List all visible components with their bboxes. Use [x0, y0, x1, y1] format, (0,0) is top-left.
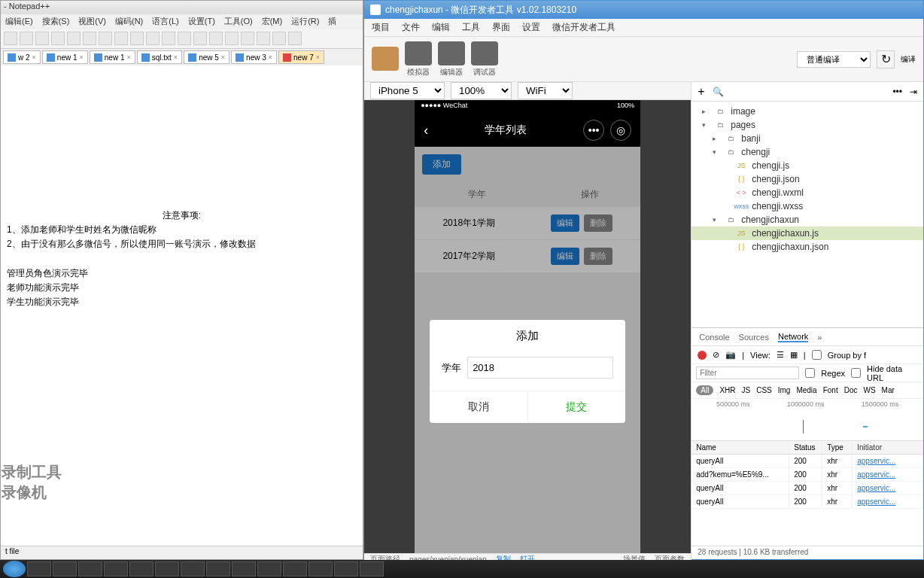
taskbar-app[interactable] — [27, 561, 51, 576]
network-request-row[interactable]: queryAll200xhrappservic... — [691, 482, 923, 495]
menu-tools[interactable]: 工具(O) — [224, 16, 253, 28]
tree-item-chengji.json[interactable]: { }chengji.json — [691, 172, 923, 186]
menu-devtools[interactable]: 微信开发者工具 — [552, 21, 615, 34]
taskbar-app[interactable] — [334, 561, 358, 576]
tab-more[interactable]: » — [817, 333, 822, 342]
menu-encoding[interactable]: 编码(N) — [115, 16, 143, 28]
filter-ws[interactable]: WS — [863, 386, 875, 394]
menu-search[interactable]: 搜索(S) — [42, 16, 70, 28]
file-tab[interactable]: sql.txt× — [137, 50, 182, 64]
menu-run[interactable]: 运行(R) — [291, 16, 319, 28]
filter-manifest[interactable]: Mar — [882, 386, 895, 394]
add-file-icon[interactable]: + — [698, 85, 704, 99]
device-select[interactable]: iPhone 5 — [370, 82, 445, 99]
taskbar-app[interactable] — [181, 561, 205, 576]
tree-item-chengji.wxss[interactable]: wxsschengji.wxss — [691, 199, 923, 213]
toolbar-icon[interactable] — [288, 32, 302, 45]
hide-checkbox[interactable] — [851, 368, 861, 378]
close-icon[interactable]: × — [174, 53, 178, 61]
taskbar-app[interactable] — [155, 561, 179, 576]
close-icon[interactable]: × — [32, 53, 36, 61]
filter-css[interactable]: CSS — [756, 386, 772, 394]
taskbar-app[interactable] — [283, 561, 307, 576]
network-timeline[interactable]: 500000 ms 1000000 ms 1500000 ms — [691, 399, 923, 441]
zoom-select[interactable]: 100% — [451, 82, 512, 99]
tab-console[interactable]: Console — [699, 333, 729, 342]
menu-macro[interactable]: 宏(M) — [262, 16, 283, 28]
group-checkbox[interactable] — [812, 350, 822, 360]
toolbar-icon[interactable] — [209, 32, 223, 45]
toolbar-icon[interactable] — [225, 32, 239, 45]
toolbar-icon[interactable] — [241, 32, 254, 45]
taskbar-app[interactable] — [257, 561, 281, 576]
network-request-row[interactable]: add?kemu=%E5%9...200xhrappservic... — [691, 468, 923, 482]
compile-select[interactable]: 普通编译 — [797, 51, 871, 68]
toolbar-icon[interactable] — [20, 32, 33, 45]
clear-icon[interactable]: ⊘ — [713, 350, 719, 360]
cancel-button[interactable]: 取消 — [430, 391, 528, 423]
tree-item-chengjichaxun[interactable]: ▾🗀chengjichaxun — [691, 213, 923, 227]
target-icon[interactable]: ◎ — [610, 120, 631, 141]
close-icon[interactable]: × — [316, 53, 320, 61]
collapse-icon[interactable]: ⇥ — [910, 87, 917, 97]
toolbar-icon[interactable] — [272, 32, 286, 45]
toolbar-icon[interactable] — [162, 32, 175, 45]
search-icon[interactable]: 🔍 — [713, 87, 724, 97]
close-icon[interactable]: × — [80, 53, 84, 61]
taskbar-app[interactable] — [360, 561, 384, 576]
toolbar-icon[interactable] — [83, 32, 96, 45]
taskbar-app[interactable] — [104, 561, 128, 576]
filter-all[interactable]: All — [696, 385, 713, 395]
taskbar-app[interactable] — [129, 561, 153, 576]
start-button[interactable] — [3, 561, 26, 577]
file-tab-active[interactable]: new 7× — [278, 50, 324, 64]
editor-content[interactable]: 注意事项: 1、添加老师和学生时姓名为微信昵称 2、由于没有那么多微信号，所以使… — [1, 65, 363, 317]
menu-tool[interactable]: 工具 — [462, 21, 480, 34]
tree-item-chengji[interactable]: ▾🗀chengji — [691, 145, 923, 159]
record-icon[interactable] — [698, 351, 707, 360]
toolbar-icon[interactable] — [4, 32, 17, 45]
taskbar-app[interactable] — [309, 561, 333, 576]
filter-media[interactable]: Media — [796, 386, 816, 394]
toolbar-icon[interactable] — [99, 32, 112, 45]
taskbar-app[interactable] — [232, 561, 256, 576]
taskbar-app[interactable] — [78, 561, 102, 576]
view-large-icon[interactable]: ▦ — [790, 350, 798, 360]
toolbar-icon[interactable] — [51, 32, 65, 45]
toolbar-icon[interactable] — [67, 32, 81, 45]
tree-item-chengji.js[interactable]: JSchengji.js — [691, 159, 923, 172]
close-icon[interactable]: × — [126, 53, 130, 61]
toolbar-icon[interactable] — [114, 32, 128, 45]
menu-language[interactable]: 语言(L) — [152, 16, 178, 28]
close-icon[interactable]: × — [221, 53, 225, 61]
toolbar-icon[interactable] — [35, 32, 49, 45]
network-select[interactable]: WiFi — [518, 82, 573, 99]
camera-icon[interactable]: 📷 — [725, 350, 736, 360]
tab-network[interactable]: Network — [778, 332, 808, 342]
file-tab[interactable]: new 5× — [184, 50, 229, 64]
submit-button[interactable]: 提交 — [528, 391, 626, 423]
tab-sources[interactable]: Sources — [739, 333, 769, 342]
view-list-icon[interactable]: ☰ — [777, 350, 784, 360]
toolbar-icon[interactable] — [257, 32, 270, 45]
filter-font[interactable]: Font — [823, 386, 838, 394]
filter-doc[interactable]: Doc — [844, 386, 858, 394]
file-tab[interactable]: new 3× — [231, 50, 277, 64]
toolbar-icon[interactable] — [178, 32, 191, 45]
filter-input[interactable] — [696, 367, 799, 379]
file-tab[interactable]: new 1× — [42, 50, 88, 64]
close-icon[interactable]: × — [269, 53, 272, 61]
editor-button[interactable]: 编辑器 — [438, 41, 465, 78]
menu-settings[interactable]: 设置 — [522, 21, 540, 34]
taskbar-app[interactable] — [206, 561, 230, 576]
simulator-button[interactable]: 模拟器 — [405, 41, 432, 78]
back-icon[interactable]: ‹ — [424, 123, 428, 138]
tree-item-chengjichaxun.js[interactable]: JSchengjichaxun.js — [691, 227, 923, 240]
tree-item-banji[interactable]: ▸🗀banji — [691, 132, 923, 145]
tree-item-pages[interactable]: ▾🗀pages — [691, 118, 923, 132]
menu-interface[interactable]: 界面 — [492, 21, 510, 34]
menu-edit[interactable]: 编辑 — [432, 21, 450, 34]
menu-project[interactable]: 项目 — [372, 21, 390, 34]
toolbar-icon[interactable] — [130, 32, 144, 45]
network-request-row[interactable]: queryAll200xhrappservic... — [691, 455, 923, 468]
